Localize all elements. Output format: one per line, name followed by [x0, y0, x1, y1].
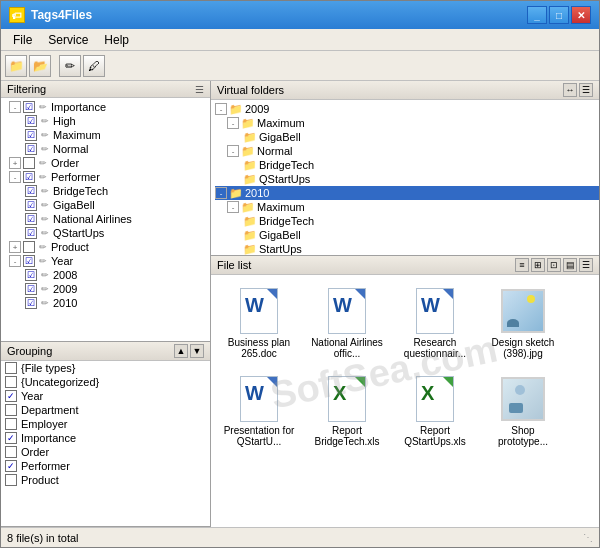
add-folder-button[interactable]: 📁	[5, 55, 27, 77]
vf-node-bridgetech09[interactable]: 📁 BridgeTech	[243, 158, 599, 172]
file-item-research[interactable]: W Research questionnair...	[395, 283, 475, 363]
maximize-button[interactable]: □	[549, 6, 569, 24]
node-2008[interactable]: ☑ ✏ 2008	[25, 268, 210, 282]
check-group-performer[interactable]: ✓	[5, 460, 17, 472]
menu-file[interactable]: File	[5, 31, 40, 49]
expand-performer[interactable]: -	[9, 171, 21, 183]
check-2010[interactable]: ☑	[25, 297, 37, 309]
node-2010[interactable]: ☑ ✏ 2010	[25, 296, 210, 310]
node-importance[interactable]: - ☑ ✏ Importance	[9, 100, 210, 114]
pencil-button[interactable]: 🖊	[83, 55, 105, 77]
check-normal[interactable]: ☑	[25, 143, 37, 155]
vf-menu-button[interactable]: ☰	[579, 83, 593, 97]
check-national[interactable]: ☑	[25, 213, 37, 225]
menu-help[interactable]: Help	[96, 31, 137, 49]
vf-node-2009[interactable]: - 📁 2009	[215, 102, 599, 116]
check-qstartups[interactable]: ☑	[25, 227, 37, 239]
vf-node-max09[interactable]: - 📁 Maximum	[227, 116, 599, 130]
check-group-product[interactable]	[5, 474, 17, 486]
node-performer[interactable]: - ☑ ✏ Performer	[9, 170, 210, 184]
group-employer[interactable]: Employer	[1, 417, 210, 431]
check-bridgetech[interactable]: ☑	[25, 185, 37, 197]
group-order[interactable]: Order	[1, 445, 210, 459]
vf-expand-button[interactable]: ↔	[563, 83, 577, 97]
expand-2010[interactable]: -	[215, 187, 227, 199]
vf-node-starts10[interactable]: 📁 StartUps	[243, 242, 599, 255]
check-high[interactable]: ☑	[25, 115, 37, 127]
vf-node-qstartups09[interactable]: 📁 QStartUps	[243, 172, 599, 186]
node-qstartups[interactable]: ☑ ✏ QStartUps	[25, 226, 210, 240]
group-file-types[interactable]: {File types}	[1, 361, 210, 375]
node-2009[interactable]: ☑ ✏ 2009	[25, 282, 210, 296]
group-year[interactable]: ✓ Year	[1, 389, 210, 403]
filtering-menu-icon[interactable]: ☰	[195, 84, 204, 95]
close-button[interactable]: ✕	[571, 6, 591, 24]
move-up-button[interactable]: ▲	[174, 344, 188, 358]
vf-node-norm09[interactable]: - 📁 Normal	[227, 144, 599, 158]
resize-grip[interactable]: ⋱	[583, 532, 593, 543]
vf-node-gigabell10[interactable]: 📁 GigaBell	[243, 228, 599, 242]
remove-folder-button[interactable]: 📂	[29, 55, 51, 77]
check-group-order[interactable]	[5, 446, 17, 458]
file-item-report-bt[interactable]: X Report BridgeTech.xls	[307, 371, 387, 451]
group-department[interactable]: Department	[1, 403, 210, 417]
group-importance[interactable]: ✓ Importance	[1, 431, 210, 445]
group-performer[interactable]: ✓ Performer	[1, 459, 210, 473]
check-maximum[interactable]: ☑	[25, 129, 37, 141]
check-2008[interactable]: ☑	[25, 269, 37, 281]
file-item-shop[interactable]: Shop prototype...	[483, 371, 563, 451]
file-item-presentation[interactable]: W Presentation for QStartU...	[219, 371, 299, 451]
node-maximum[interactable]: ☑ ✏ Maximum	[25, 128, 210, 142]
view-large-icons-button[interactable]: ⊞	[531, 258, 545, 272]
check-group-importance[interactable]: ✓	[5, 432, 17, 444]
expand-max10[interactable]: -	[227, 201, 239, 213]
node-product[interactable]: + ✏ Product	[9, 240, 210, 254]
expand-norm09[interactable]: -	[227, 145, 239, 157]
file-menu-button[interactable]: ☰	[579, 258, 593, 272]
expand-max09[interactable]: -	[227, 117, 239, 129]
expand-importance[interactable]: -	[9, 101, 21, 113]
group-product[interactable]: Product	[1, 473, 210, 487]
expand-year[interactable]: -	[9, 255, 21, 267]
node-year[interactable]: - ☑ ✏ Year	[9, 254, 210, 268]
expand-order[interactable]: +	[9, 157, 21, 169]
check-group-year[interactable]: ✓	[5, 390, 17, 402]
check-file-types[interactable]	[5, 362, 17, 374]
file-item-business-plan[interactable]: W Business plan 265.doc	[219, 283, 299, 363]
file-item-national[interactable]: W National Airlines offic...	[307, 283, 387, 363]
edit-button[interactable]: ✏	[59, 55, 81, 77]
view-list-button[interactable]: ≡	[515, 258, 529, 272]
move-down-button[interactable]: ▼	[190, 344, 204, 358]
node-bridgetech[interactable]: ☑ ✏ BridgeTech	[25, 184, 210, 198]
menu-service[interactable]: Service	[40, 31, 96, 49]
check-order[interactable]	[23, 157, 35, 169]
check-uncategorized[interactable]	[5, 376, 17, 388]
view-details-button[interactable]: ▤	[563, 258, 577, 272]
node-high[interactable]: ☑ ✏ High	[25, 114, 210, 128]
check-2009[interactable]: ☑	[25, 283, 37, 295]
check-performer[interactable]: ☑	[23, 171, 35, 183]
check-importance[interactable]: ☑	[23, 101, 35, 113]
file-item-report-qs[interactable]: X Report QStartUps.xls	[395, 371, 475, 451]
node-order[interactable]: + ✏ Order	[9, 156, 210, 170]
vf-node-2010[interactable]: - 📁 2010	[215, 186, 599, 200]
vf-node-max10[interactable]: - 📁 Maximum	[227, 200, 599, 214]
vf-node-bridgetech10[interactable]: 📁 BridgeTech	[243, 214, 599, 228]
node-normal[interactable]: ☑ ✏ Normal	[25, 142, 210, 156]
node-gigabell[interactable]: ☑ ✏ GigaBell	[25, 198, 210, 212]
expand-product[interactable]: +	[9, 241, 21, 253]
group-uncategorized[interactable]: {Uncategorized}	[1, 375, 210, 389]
node-national[interactable]: ☑ ✏ National Airlines	[25, 212, 210, 226]
vf-label-norm09: Normal	[257, 145, 292, 157]
file-item-design[interactable]: Design sketch (398).jpg	[483, 283, 563, 363]
check-product[interactable]	[23, 241, 35, 253]
grouping-arrows: ▲ ▼	[174, 344, 204, 358]
check-employer[interactable]	[5, 418, 17, 430]
expand-2009[interactable]: -	[215, 103, 227, 115]
check-gigabell[interactable]: ☑	[25, 199, 37, 211]
view-small-icons-button[interactable]: ⊡	[547, 258, 561, 272]
minimize-button[interactable]: _	[527, 6, 547, 24]
vf-node-gigabell09[interactable]: 📁 GigaBell	[243, 130, 599, 144]
check-year[interactable]: ☑	[23, 255, 35, 267]
check-department[interactable]	[5, 404, 17, 416]
